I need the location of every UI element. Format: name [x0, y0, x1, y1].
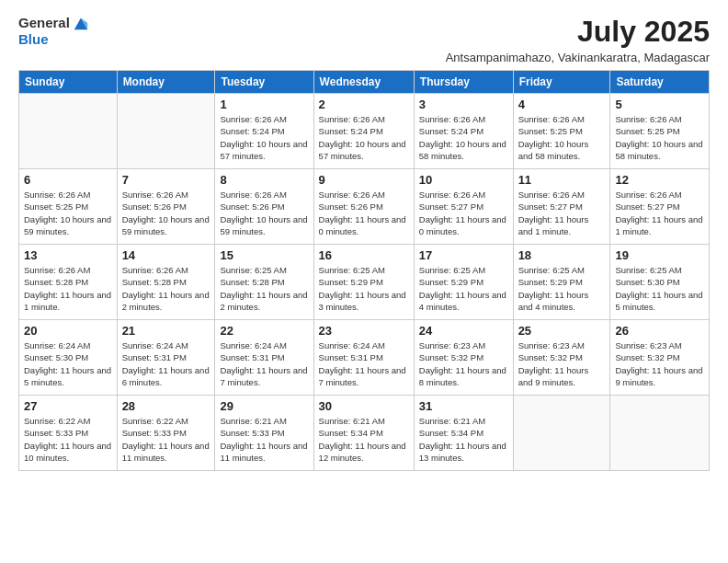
day-info: Sunrise: 6:26 AM Sunset: 5:28 PM Dayligh… — [122, 264, 210, 313]
table-row — [513, 396, 610, 471]
day-info: Sunrise: 6:25 AM Sunset: 5:29 PM Dayligh… — [518, 264, 606, 313]
calendar-week-row: 6Sunrise: 6:26 AM Sunset: 5:25 PM Daylig… — [19, 169, 710, 245]
day-number: 30 — [319, 399, 409, 413]
table-row: 13Sunrise: 6:26 AM Sunset: 5:28 PM Dayli… — [19, 245, 118, 320]
table-row: 16Sunrise: 6:25 AM Sunset: 5:29 PM Dayli… — [313, 245, 414, 320]
day-number: 10 — [419, 173, 508, 187]
day-number: 18 — [518, 248, 606, 262]
day-number: 5 — [615, 98, 704, 111]
day-info: Sunrise: 6:23 AM Sunset: 5:32 PM Dayligh… — [615, 339, 704, 388]
table-row: 7Sunrise: 6:26 AM Sunset: 5:26 PM Daylig… — [117, 169, 215, 245]
day-number: 15 — [220, 248, 308, 262]
table-row: 5Sunrise: 6:26 AM Sunset: 5:25 PM Daylig… — [610, 94, 710, 169]
col-monday: Monday — [117, 71, 215, 94]
table-row: 29Sunrise: 6:21 AM Sunset: 5:33 PM Dayli… — [215, 396, 313, 471]
day-number: 19 — [615, 248, 704, 262]
calendar-week-row: 1Sunrise: 6:26 AM Sunset: 5:24 PM Daylig… — [19, 94, 710, 169]
header: General Blue July 2025 Antsampanimahazo,… — [18, 15, 710, 64]
day-info: Sunrise: 6:26 AM Sunset: 5:24 PM Dayligh… — [319, 113, 409, 162]
day-number: 13 — [24, 248, 112, 262]
day-info: Sunrise: 6:21 AM Sunset: 5:34 PM Dayligh… — [319, 415, 409, 464]
day-number: 9 — [319, 173, 409, 187]
day-number: 14 — [122, 248, 210, 262]
day-number: 7 — [122, 173, 210, 187]
title-block: July 2025 Antsampanimahazo, Vakinankarat… — [446, 15, 710, 64]
logo: General Blue — [18, 15, 89, 48]
table-row: 1Sunrise: 6:26 AM Sunset: 5:24 PM Daylig… — [215, 94, 313, 169]
day-number: 22 — [220, 324, 308, 338]
main-title: July 2025 — [446, 15, 710, 49]
logo-blue: Blue — [18, 31, 49, 47]
col-saturday: Saturday — [610, 71, 710, 94]
table-row: 6Sunrise: 6:26 AM Sunset: 5:25 PM Daylig… — [19, 169, 118, 245]
day-number: 16 — [319, 248, 409, 262]
day-info: Sunrise: 6:26 AM Sunset: 5:27 PM Dayligh… — [518, 189, 606, 237]
day-info: Sunrise: 6:25 AM Sunset: 5:30 PM Dayligh… — [615, 264, 704, 313]
table-row: 15Sunrise: 6:25 AM Sunset: 5:28 PM Dayli… — [215, 245, 313, 320]
day-number: 11 — [518, 173, 606, 187]
day-info: Sunrise: 6:21 AM Sunset: 5:33 PM Dayligh… — [220, 415, 308, 464]
table-row: 26Sunrise: 6:23 AM Sunset: 5:32 PM Dayli… — [610, 320, 710, 396]
table-row: 23Sunrise: 6:24 AM Sunset: 5:31 PM Dayli… — [313, 320, 414, 396]
calendar-week-row: 13Sunrise: 6:26 AM Sunset: 5:28 PM Dayli… — [19, 245, 710, 320]
table-row: 25Sunrise: 6:23 AM Sunset: 5:32 PM Dayli… — [513, 320, 610, 396]
day-number: 25 — [518, 324, 606, 338]
table-row: 20Sunrise: 6:24 AM Sunset: 5:30 PM Dayli… — [19, 320, 118, 396]
table-row: 3Sunrise: 6:26 AM Sunset: 5:24 PM Daylig… — [414, 94, 513, 169]
subtitle: Antsampanimahazo, Vakinankaratra, Madaga… — [446, 51, 710, 64]
day-info: Sunrise: 6:26 AM Sunset: 5:26 PM Dayligh… — [122, 189, 210, 237]
day-number: 12 — [615, 173, 704, 187]
day-info: Sunrise: 6:24 AM Sunset: 5:30 PM Dayligh… — [24, 339, 112, 388]
calendar-week-row: 27Sunrise: 6:22 AM Sunset: 5:33 PM Dayli… — [19, 396, 710, 471]
table-row — [117, 94, 215, 169]
table-row: 12Sunrise: 6:26 AM Sunset: 5:27 PM Dayli… — [610, 169, 710, 245]
day-info: Sunrise: 6:25 AM Sunset: 5:29 PM Dayligh… — [319, 264, 409, 313]
logo-general: General — [18, 16, 70, 31]
page: General Blue July 2025 Antsampanimahazo,… — [0, 0, 728, 563]
table-row: 27Sunrise: 6:22 AM Sunset: 5:33 PM Dayli… — [19, 396, 118, 471]
day-info: Sunrise: 6:23 AM Sunset: 5:32 PM Dayligh… — [518, 339, 606, 388]
day-info: Sunrise: 6:24 AM Sunset: 5:31 PM Dayligh… — [122, 339, 210, 388]
day-number: 17 — [419, 248, 508, 262]
day-info: Sunrise: 6:25 AM Sunset: 5:29 PM Dayligh… — [419, 264, 508, 313]
table-row: 4Sunrise: 6:26 AM Sunset: 5:25 PM Daylig… — [513, 94, 610, 169]
table-row: 21Sunrise: 6:24 AM Sunset: 5:31 PM Dayli… — [117, 320, 215, 396]
day-info: Sunrise: 6:24 AM Sunset: 5:31 PM Dayligh… — [319, 339, 409, 388]
day-info: Sunrise: 6:26 AM Sunset: 5:25 PM Dayligh… — [615, 113, 704, 162]
day-number: 6 — [24, 173, 112, 187]
day-info: Sunrise: 6:26 AM Sunset: 5:25 PM Dayligh… — [518, 113, 606, 162]
table-row: 30Sunrise: 6:21 AM Sunset: 5:34 PM Dayli… — [313, 396, 414, 471]
day-info: Sunrise: 6:26 AM Sunset: 5:27 PM Dayligh… — [615, 189, 704, 237]
col-wednesday: Wednesday — [313, 71, 414, 94]
day-info: Sunrise: 6:24 AM Sunset: 5:31 PM Dayligh… — [220, 339, 308, 388]
logo-icon — [73, 15, 89, 31]
day-number: 21 — [122, 324, 210, 338]
table-row: 10Sunrise: 6:26 AM Sunset: 5:27 PM Dayli… — [414, 169, 513, 245]
table-row: 18Sunrise: 6:25 AM Sunset: 5:29 PM Dayli… — [513, 245, 610, 320]
table-row: 31Sunrise: 6:21 AM Sunset: 5:34 PM Dayli… — [414, 396, 513, 471]
day-info: Sunrise: 6:21 AM Sunset: 5:34 PM Dayligh… — [419, 415, 508, 464]
day-info: Sunrise: 6:26 AM Sunset: 5:28 PM Dayligh… — [24, 264, 112, 313]
day-number: 26 — [615, 324, 704, 338]
day-info: Sunrise: 6:26 AM Sunset: 5:26 PM Dayligh… — [319, 189, 409, 237]
table-row: 24Sunrise: 6:23 AM Sunset: 5:32 PM Dayli… — [414, 320, 513, 396]
day-number: 31 — [419, 399, 508, 413]
table-row: 22Sunrise: 6:24 AM Sunset: 5:31 PM Dayli… — [215, 320, 313, 396]
day-info: Sunrise: 6:26 AM Sunset: 5:24 PM Dayligh… — [419, 113, 508, 162]
day-number: 29 — [220, 399, 308, 413]
day-number: 27 — [24, 399, 112, 413]
col-sunday: Sunday — [19, 71, 118, 94]
col-tuesday: Tuesday — [215, 71, 313, 94]
col-friday: Friday — [513, 71, 610, 94]
day-number: 4 — [518, 98, 606, 111]
table-row: 9Sunrise: 6:26 AM Sunset: 5:26 PM Daylig… — [313, 169, 414, 245]
calendar-week-row: 20Sunrise: 6:24 AM Sunset: 5:30 PM Dayli… — [19, 320, 710, 396]
day-number: 24 — [419, 324, 508, 338]
calendar-table: Sunday Monday Tuesday Wednesday Thursday… — [18, 70, 710, 471]
table-row — [610, 396, 710, 471]
day-info: Sunrise: 6:26 AM Sunset: 5:24 PM Dayligh… — [220, 113, 308, 162]
table-row: 19Sunrise: 6:25 AM Sunset: 5:30 PM Dayli… — [610, 245, 710, 320]
day-number: 23 — [319, 324, 409, 338]
day-info: Sunrise: 6:26 AM Sunset: 5:27 PM Dayligh… — [419, 189, 508, 237]
table-row: 2Sunrise: 6:26 AM Sunset: 5:24 PM Daylig… — [313, 94, 414, 169]
